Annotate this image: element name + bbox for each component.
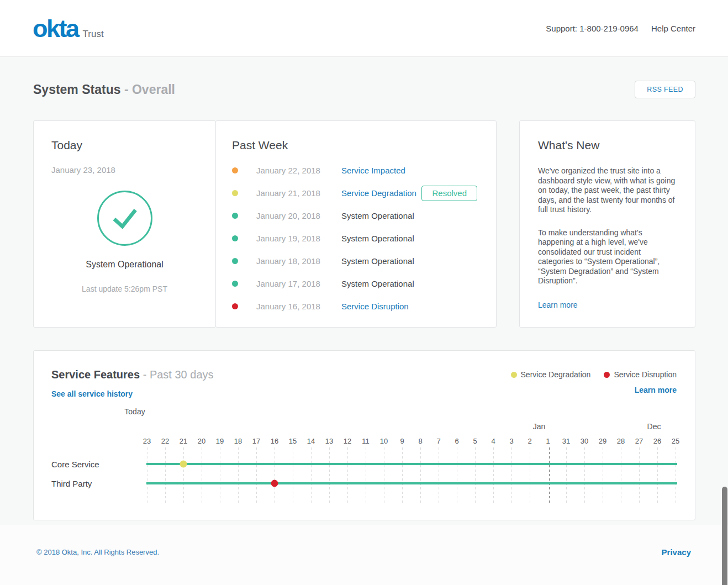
- rss-feed-button[interactable]: RSS FEED: [635, 81, 695, 98]
- axis-tick-label: 4: [491, 437, 495, 445]
- past-week-card: Past Week January 22, 2018Service Impact…: [215, 120, 497, 328]
- resolved-badge[interactable]: Resolved: [421, 186, 477, 201]
- gridline: [366, 447, 366, 504]
- axis-tick-label: 9: [400, 437, 404, 445]
- incident-dot-degradation[interactable]: [180, 461, 187, 468]
- axis-tick-label: 17: [252, 437, 260, 445]
- past-week-row: January 20, 2018System Operational: [232, 204, 480, 227]
- incident-status-link[interactable]: Service Degradation: [341, 188, 421, 198]
- past-week-row: January 22, 2018Service Impacted: [232, 159, 480, 182]
- axis-tick-label: 3: [509, 437, 513, 445]
- axis-tick-label: 28: [617, 437, 625, 445]
- timeline-chart: TodayJanDec23222120191817161514131211109…: [147, 351, 676, 521]
- axis-tick-label: 5: [473, 437, 477, 445]
- axis-tick-label: 19: [216, 437, 224, 445]
- whats-new-paragraph-2: To make understanding what's happening a…: [538, 228, 677, 286]
- axis-tick-label: 1: [546, 437, 550, 445]
- privacy-link[interactable]: Privacy: [662, 547, 691, 557]
- axis-tick-label: 29: [599, 437, 606, 445]
- chart-row-label: Third Party: [51, 479, 92, 488]
- page-title: System Status - Overall: [33, 82, 175, 97]
- gridline: [256, 447, 257, 504]
- status-dot-operational: [232, 235, 238, 241]
- logo-trust-label: Trust: [83, 29, 104, 40]
- today-heading: Today: [51, 139, 198, 152]
- incident-status-link[interactable]: Service Impacted: [341, 166, 480, 175]
- gridline: [384, 447, 384, 504]
- status-dot-operational: [232, 213, 238, 219]
- incident-dot-disruption[interactable]: [271, 480, 278, 487]
- incident-date: January 16, 2018: [256, 302, 341, 311]
- chart-month-label: Jan: [533, 422, 546, 431]
- gridline: [238, 447, 239, 504]
- gridline: [347, 447, 348, 504]
- whats-new-heading: What's New: [538, 139, 677, 152]
- incident-date: January 21, 2018: [256, 188, 341, 198]
- axis-tick-label: 20: [198, 437, 205, 445]
- past-week-row: January 16, 2018Service Disruption: [232, 295, 480, 318]
- incident-status-label: System Operational: [341, 234, 480, 243]
- today-card: Today January 23, 2018 System Operationa…: [33, 120, 216, 328]
- gridline: [584, 447, 585, 504]
- help-center-link[interactable]: Help Center: [651, 24, 695, 33]
- chart-today-label: Today: [124, 407, 145, 416]
- copyright-label: © 2018 Okta, Inc. All Rights Reserved.: [36, 548, 159, 556]
- support-phone-label: Support: 1-800-219-0964: [546, 24, 639, 33]
- gridline: [402, 447, 403, 504]
- page-footer: © 2018 Okta, Inc. All Rights Reserved. P…: [0, 525, 728, 585]
- gridline: [493, 447, 494, 504]
- service-status-line: [146, 463, 677, 465]
- past-week-row: January 21, 2018Service DegradationResol…: [232, 182, 480, 204]
- whats-new-card: What's New We've organized the trust sit…: [519, 120, 695, 328]
- status-dot-operational: [232, 281, 238, 287]
- axis-tick-label: 31: [562, 437, 570, 445]
- axis-tick-label: 21: [180, 437, 187, 445]
- axis-tick-label: 25: [672, 437, 679, 445]
- axis-tick-label: 23: [143, 437, 151, 445]
- service-features-card: Service Features - Past 30 days See all …: [33, 350, 695, 520]
- gridline: [511, 447, 512, 504]
- gridline: [147, 447, 147, 504]
- gridline: [566, 447, 567, 504]
- past-week-row: January 19, 2018System Operational: [232, 227, 480, 250]
- incident-date: January 18, 2018: [256, 256, 341, 266]
- okta-logo-text: okta: [33, 16, 78, 41]
- gridline: [439, 447, 439, 504]
- axis-tick-label: 14: [307, 437, 315, 445]
- gridline: [475, 447, 476, 504]
- axis-tick-label: 11: [362, 437, 370, 445]
- gridline: [165, 447, 166, 504]
- whats-new-paragraph-1: We've organized the trust site into a da…: [538, 166, 677, 215]
- incident-date: January 19, 2018: [256, 234, 341, 243]
- past-week-heading: Past Week: [232, 139, 480, 152]
- axis-tick-label: 6: [455, 437, 458, 445]
- gridline: [293, 447, 293, 504]
- status-dot-degradation: [232, 190, 238, 196]
- axis-tick-label: 8: [418, 437, 422, 445]
- axis-tick-label: 16: [271, 437, 278, 445]
- axis-tick-label: 2: [527, 437, 531, 445]
- today-date: January 23, 2018: [51, 165, 198, 175]
- chart-row-label: Core Service: [51, 460, 99, 469]
- scrollbar-thumb[interactable]: [722, 487, 727, 585]
- incident-date: January 17, 2018: [256, 279, 341, 288]
- gridline: [183, 447, 184, 504]
- axis-tick-label: 27: [635, 437, 643, 445]
- gridline: [311, 447, 312, 504]
- service-status-line: [146, 482, 677, 484]
- incident-status-link[interactable]: Service Disruption: [341, 302, 480, 311]
- month-boundary-gridline: [549, 447, 550, 504]
- axis-tick-label: 15: [289, 437, 297, 445]
- page-title-suffix: - Overall: [124, 82, 175, 97]
- incident-date: January 20, 2018: [256, 211, 341, 220]
- checkmark-icon: [97, 191, 152, 246]
- top-header: okta Trust Support: 1-800-219-0964 Help …: [0, 0, 728, 57]
- status-dot-operational: [232, 258, 238, 264]
- see-all-service-history-link[interactable]: See all service history: [51, 389, 133, 398]
- incident-status-label: System Operational: [341, 279, 480, 288]
- okta-logo[interactable]: okta Trust: [33, 16, 104, 41]
- whats-new-learn-more-link[interactable]: Learn more: [538, 301, 578, 309]
- incident-status-label: System Operational: [341, 256, 480, 266]
- chart-month-label: Dec: [647, 422, 661, 431]
- gridline: [457, 447, 457, 504]
